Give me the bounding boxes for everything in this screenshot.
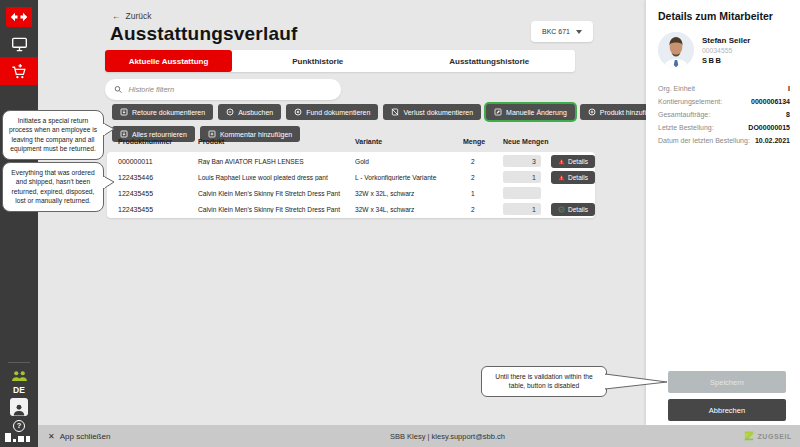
quantity: 2 bbox=[463, 206, 503, 213]
field-label: Letzte Bestellung: bbox=[658, 124, 714, 131]
close-app-label: App schließen bbox=[60, 432, 111, 441]
new-quantity-input[interactable] bbox=[503, 171, 541, 183]
product-number: 122435455 bbox=[118, 206, 198, 213]
close-app-button[interactable]: ✕ App schließen bbox=[48, 425, 110, 447]
button-label: Manuelle Änderung bbox=[506, 109, 567, 116]
tab-punkthistorie[interactable]: Punkthistorie bbox=[232, 50, 404, 72]
quantity: 2 bbox=[463, 174, 503, 181]
plus-box-icon bbox=[208, 130, 216, 138]
bottom-bar: ✕ App schließen SBB Klesy | klesy.suppor… bbox=[38, 425, 800, 447]
employee-fields: Org. EinheitI Kontierungselement:0000006… bbox=[658, 85, 790, 150]
zugseil-brand: ZUGSEIL bbox=[744, 425, 792, 447]
product-variant: Gold bbox=[355, 158, 463, 165]
product-name: Calvin Klein Men's Skinny Fit Stretch Dr… bbox=[198, 206, 355, 213]
product-name: Calvin Klein Men's Skinny Fit Stretch Dr… bbox=[198, 190, 355, 197]
chevron-down-icon bbox=[576, 30, 582, 34]
button-label: Retoure dokumentieren bbox=[132, 109, 205, 116]
tab-ausstattungshistorie[interactable]: Ausstattungshistorie bbox=[404, 50, 576, 72]
plus-circle-icon bbox=[588, 108, 596, 116]
callout-current-equipment: Everything that was ordered and shipped,… bbox=[2, 162, 104, 212]
product-variant: L - Vorkonfigurierte Variante bbox=[355, 174, 463, 181]
box-arrow-icon bbox=[120, 130, 128, 138]
field-label: Kontierungselement: bbox=[658, 98, 722, 105]
app-window: DE ? ← Zurück Ausstattungsverlauf BKC 67… bbox=[0, 0, 800, 447]
unit-dropdown-value: BKC 671 bbox=[542, 28, 570, 35]
save-button[interactable]: Speichern bbox=[668, 371, 786, 393]
details-button[interactable]: Details bbox=[551, 171, 595, 184]
warning-icon bbox=[558, 158, 565, 165]
field-value: I bbox=[788, 85, 790, 92]
zugseil-z-icon bbox=[744, 431, 754, 441]
details-button[interactable]: Details bbox=[551, 155, 595, 168]
vendor-pixel-logo bbox=[5, 433, 30, 442]
sidebar-item-users[interactable] bbox=[0, 368, 38, 384]
product-number: 122435446 bbox=[118, 174, 198, 181]
callout-pointer bbox=[103, 175, 116, 190]
button-label: Fund dokumentieren bbox=[306, 109, 370, 116]
unit-dropdown[interactable]: BKC 671 bbox=[531, 21, 593, 42]
col-variante: Variante bbox=[355, 138, 463, 145]
table-row: 122435455 Calvin Klein Men's Skinny Fit … bbox=[107, 201, 595, 217]
cart-plus-icon bbox=[11, 63, 28, 80]
details-button[interactable]: Details bbox=[551, 203, 595, 216]
new-quantity-input[interactable] bbox=[503, 187, 541, 199]
profile-icon bbox=[10, 398, 28, 416]
employee-avatar bbox=[658, 32, 694, 68]
manuelle-aenderung-button[interactable]: Manuelle Änderung bbox=[486, 104, 575, 120]
details-label: Details bbox=[568, 158, 588, 165]
help-icon: ? bbox=[13, 420, 25, 432]
tab-aktuelle-ausstattung[interactable]: Aktuelle Ausstattung bbox=[105, 50, 232, 72]
check-circle-icon bbox=[558, 206, 565, 213]
button-label: Ausbuchen bbox=[238, 109, 273, 116]
equipment-table: 000000011 Ray Ban AVIATOR FLASH LENSES G… bbox=[107, 152, 595, 218]
retoure-dokumentieren-button[interactable]: Retoure dokumentieren bbox=[112, 104, 213, 120]
product-number: 000000011 bbox=[118, 158, 198, 165]
button-label: Alles retournieren bbox=[132, 131, 187, 138]
minus-circle-icon bbox=[226, 108, 234, 116]
new-quantity-input[interactable] bbox=[503, 203, 541, 215]
ausbuchen-button[interactable]: Ausbuchen bbox=[218, 104, 281, 120]
table-row: 122435446 Louis Raphael Luxe wool pleate… bbox=[107, 169, 595, 185]
verlust-dokumentieren-button[interactable]: Verlust dokumentieren bbox=[383, 104, 481, 120]
close-icon: ✕ bbox=[48, 432, 55, 441]
back-label: Zurück bbox=[126, 11, 152, 21]
callout-pointer bbox=[103, 122, 116, 137]
panel-title: Details zum Mitarbeiter bbox=[658, 10, 773, 22]
product-number: 122435455 bbox=[118, 190, 198, 197]
col-produkt: Produkt bbox=[198, 138, 355, 145]
sidebar-item-kiosk[interactable] bbox=[0, 33, 38, 55]
col-neue-mengen: Neue Mengen bbox=[503, 138, 551, 145]
plus-circle-icon bbox=[294, 108, 302, 116]
sidebar-item-shop[interactable] bbox=[0, 57, 38, 85]
language-selector[interactable]: DE bbox=[0, 385, 38, 395]
col-menge: Menge bbox=[463, 138, 503, 145]
page-title: Ausstattungsverlauf bbox=[110, 23, 298, 45]
details-label: Details bbox=[568, 206, 588, 213]
field-value: DO00000015 bbox=[748, 124, 790, 131]
sbb-logo bbox=[6, 7, 32, 27]
back-button[interactable]: ← Zurück bbox=[112, 11, 151, 21]
product-variant: 32W x 34L, schwarz bbox=[355, 206, 463, 213]
product-name: Louis Raphael Luxe wool pleated dress pa… bbox=[198, 174, 355, 181]
field-label: Datum der letzten Bestellung: bbox=[658, 137, 750, 144]
quantity: 1 bbox=[463, 190, 503, 197]
history-filter-input[interactable] bbox=[128, 85, 332, 94]
warning-icon bbox=[558, 174, 565, 181]
action-row-1: Retoure dokumentieren Ausbuchen Fund dok… bbox=[112, 104, 668, 120]
sidebar-item-help[interactable]: ? bbox=[0, 419, 38, 433]
field-value: 10.02.2021 bbox=[755, 137, 790, 144]
cancel-button[interactable]: Abbrechen bbox=[668, 399, 786, 421]
sidebar-item-profile[interactable] bbox=[0, 397, 38, 417]
new-quantity-input[interactable] bbox=[503, 155, 541, 167]
employee-detail-panel: Details zum Mitarbeiter Stefan Seiler 00… bbox=[646, 0, 800, 425]
fund-dokumentieren-button[interactable]: Fund dokumentieren bbox=[286, 104, 378, 120]
callout-return-all: Initiates a special return process when … bbox=[2, 110, 104, 160]
field-label: Gesamtaufträge: bbox=[658, 111, 710, 118]
field-value: 8 bbox=[786, 111, 790, 118]
employee-company: SBB bbox=[702, 56, 722, 65]
col-produktnummer: Produktnummer bbox=[118, 138, 198, 145]
left-nav-rail: DE ? bbox=[0, 0, 38, 447]
employee-id: 00034555 bbox=[702, 47, 732, 54]
button-label: Kommentar hinzufügen bbox=[220, 131, 292, 138]
box-arrow-icon bbox=[120, 108, 128, 116]
